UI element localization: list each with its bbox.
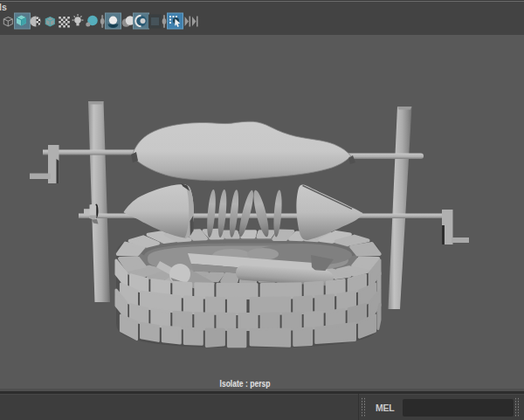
svg-text:Isolate : persp: Isolate : persp [220,378,271,389]
